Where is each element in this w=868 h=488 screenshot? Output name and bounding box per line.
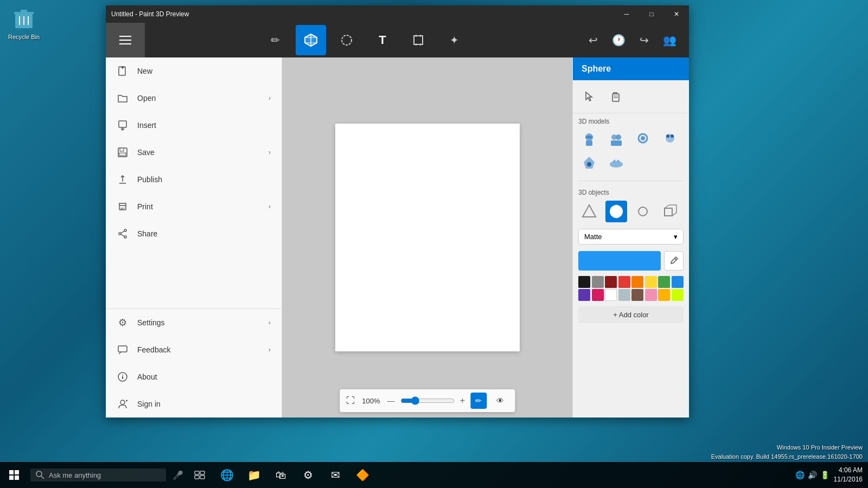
hamburger-menu-button[interactable]	[106, 23, 145, 57]
main-content: New Open ›	[106, 57, 689, 418]
recycle-bin-icon[interactable]: Recycle Bin	[8, 5, 40, 40]
open-icon	[117, 92, 129, 104]
color-black[interactable]	[578, 276, 590, 288]
taskbar-sound-icon[interactable]: 🔊	[808, 471, 817, 479]
drawing-canvas[interactable]	[335, 124, 520, 351]
color-gray[interactable]	[592, 276, 604, 288]
taskbar-explorer[interactable]: 📁	[241, 462, 267, 488]
svg-point-54	[671, 134, 674, 138]
svg-rect-46	[586, 140, 592, 146]
object-cube[interactable]	[659, 201, 681, 222]
svg-marker-66	[665, 205, 676, 216]
svg-rect-65	[665, 208, 672, 216]
active-color-swatch[interactable]	[578, 251, 661, 271]
undo-button[interactable]: ↩	[584, 29, 602, 51]
svg-rect-69	[15, 470, 19, 474]
menu-item-insert[interactable]: Insert	[106, 112, 282, 139]
color-purple[interactable]	[578, 289, 590, 301]
eyedropper-button[interactable]	[664, 251, 684, 271]
model-item-6[interactable]	[605, 153, 627, 175]
microphone-button[interactable]: 🎤	[168, 465, 188, 485]
color-pink[interactable]	[592, 289, 604, 301]
object-cone[interactable]	[578, 201, 600, 222]
color-green[interactable]	[658, 276, 670, 288]
cursor-tool-button[interactable]	[578, 86, 600, 107]
color-brown[interactable]	[631, 289, 643, 301]
crop-tool-button[interactable]	[403, 25, 433, 55]
select-tool-button[interactable]	[331, 25, 362, 55]
add-color-button[interactable]: + Add color	[578, 306, 684, 323]
taskbar-mail[interactable]: ✉	[322, 462, 348, 488]
svg-point-56	[587, 162, 591, 166]
menu-item-settings[interactable]: ⚙ Settings ›	[106, 309, 282, 336]
users-button[interactable]: 👥	[659, 29, 681, 51]
zoom-slider[interactable]	[400, 396, 455, 405]
view-mode-button[interactable]: 👁	[492, 393, 508, 409]
color-red[interactable]	[618, 276, 630, 288]
text-tool-button[interactable]: T	[367, 25, 398, 55]
color-yellow[interactable]	[645, 276, 657, 288]
redo-button[interactable]: ↪	[635, 29, 653, 51]
svg-point-48	[616, 134, 621, 140]
color-lightpink[interactable]	[645, 289, 657, 301]
menu-item-new[interactable]: New	[106, 57, 282, 85]
close-button[interactable]: ✕	[664, 5, 689, 23]
fit-to-screen-button[interactable]: ⛶	[346, 396, 355, 406]
svg-rect-2	[21, 10, 27, 12]
taskbar-time-value: 4:06 AM	[834, 466, 863, 475]
taskbar-system-icons: 🌐 🔊 🔋	[795, 471, 829, 479]
model-item-3[interactable]	[632, 130, 654, 151]
taskbar-battery-icon[interactable]: 🔋	[820, 471, 829, 479]
brush-mode-button[interactable]: ✏	[470, 393, 487, 409]
menu-item-open[interactable]: Open ›	[106, 85, 282, 112]
paste-tool-button[interactable]	[604, 86, 626, 107]
menu-item-publish[interactable]: Publish	[106, 166, 282, 193]
menu-item-about[interactable]: About	[106, 363, 282, 390]
effects-tool-button[interactable]: ✦	[439, 25, 469, 55]
search-bar[interactable]: Ask me anything	[30, 468, 166, 481]
task-view-button[interactable]	[188, 463, 212, 487]
history-button[interactable]: 🕐	[608, 29, 630, 51]
color-lime[interactable]	[672, 289, 684, 301]
svg-point-31	[119, 233, 121, 235]
model-item-1[interactable]	[578, 130, 600, 151]
print-arrow: ›	[269, 203, 271, 210]
taskbar-network-icon[interactable]: 🌐	[795, 471, 805, 479]
menu-item-signin[interactable]: Sign in	[106, 390, 282, 418]
taskbar-settings[interactable]: ⚙	[295, 462, 321, 488]
menu-item-share[interactable]: Share	[106, 220, 282, 247]
taskbar-misc[interactable]: 🔶	[349, 462, 375, 488]
menu-item-print[interactable]: Print ›	[106, 193, 282, 220]
svg-point-53	[666, 134, 669, 138]
svg-point-38	[120, 400, 125, 404]
model-item-4[interactable]	[659, 130, 681, 151]
brush-tool-button[interactable]: ✏	[260, 25, 290, 55]
taskbar-store[interactable]: 🛍	[268, 462, 294, 488]
color-white[interactable]	[605, 289, 617, 301]
color-darkred[interactable]	[605, 276, 617, 288]
color-amber[interactable]	[658, 289, 670, 301]
canvas-area[interactable]: ⛶ 100% — + ✏ 👁	[282, 57, 572, 418]
object-capsule[interactable]	[632, 201, 654, 222]
taskbar-clock[interactable]: 4:06 AM 11/1/2016	[834, 466, 863, 484]
color-orange[interactable]	[631, 276, 643, 288]
svg-rect-64	[639, 207, 647, 216]
material-dropdown[interactable]: Matte ▾	[578, 229, 684, 245]
minimize-button[interactable]: ─	[614, 5, 639, 23]
taskbar-edge[interactable]: 🌐	[214, 462, 240, 488]
3d-tool-button[interactable]	[296, 25, 326, 55]
start-button[interactable]	[0, 462, 28, 488]
maximize-button[interactable]: □	[639, 5, 664, 23]
toolbar-tools: ✏ T	[145, 25, 584, 55]
model-item-5[interactable]	[578, 153, 600, 175]
toolbar: ✏ T	[106, 23, 689, 57]
menu-item-feedback[interactable]: Feedback ›	[106, 336, 282, 363]
open-arrow: ›	[269, 94, 271, 102]
search-placeholder: Ask me anything	[49, 471, 101, 479]
color-blue[interactable]	[672, 276, 684, 288]
feedback-icon	[117, 344, 129, 356]
menu-item-save[interactable]: Save ›	[106, 139, 282, 166]
model-item-2[interactable]	[605, 130, 627, 151]
color-lightgray[interactable]	[618, 289, 630, 301]
object-sphere[interactable]	[605, 201, 627, 222]
